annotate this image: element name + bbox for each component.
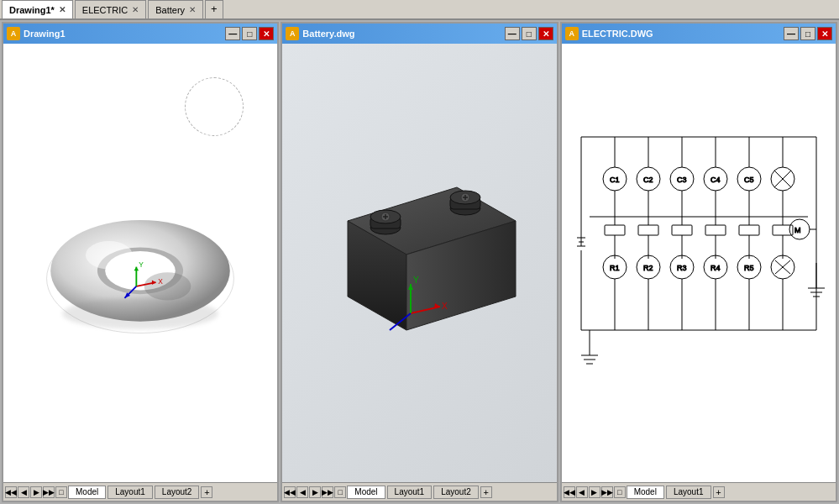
battery-layout-icon: □ [334, 486, 346, 498]
battery-drawing: X Y [302, 137, 537, 389]
electric-tab-model[interactable]: Model [627, 486, 664, 499]
svg-text:R5: R5 [744, 264, 754, 272]
drawing1-tab-layout1[interactable]: Layout1 [107, 486, 153, 499]
electric-diagram: C1 C2 C3 C4 C5 [573, 95, 825, 431]
electric-minimize[interactable]: — [784, 27, 799, 40]
battery-titlebar: A Battery.dwg — □ ✕ [282, 24, 556, 44]
drawing1-layout-icon: □ [55, 486, 67, 498]
tab-battery-label: Battery [155, 5, 185, 15]
battery-tab-layout1[interactable]: Layout1 [387, 486, 433, 499]
svg-rect-65 [605, 225, 625, 235]
drawing1-canvas[interactable]: X Y [3, 44, 277, 482]
battery-controls: — □ ✕ [505, 27, 553, 40]
main-area: A Drawing1 — □ ✕ [0, 20, 839, 504]
svg-text:R1: R1 [610, 264, 620, 272]
battery-nav-prev[interactable]: ◀ [296, 486, 308, 498]
electric-controls: — □ ✕ [784, 27, 832, 40]
svg-point-5 [144, 272, 191, 300]
electric-tab-layout1[interactable]: Layout1 [666, 486, 711, 499]
svg-text:X: X [159, 277, 164, 286]
svg-text:C4: C4 [711, 176, 721, 184]
svg-text:C3: C3 [677, 176, 687, 184]
drawing1-minimize[interactable]: — [225, 27, 240, 40]
battery-tab-layout2[interactable]: Layout2 [433, 486, 479, 499]
svg-text:R2: R2 [643, 264, 653, 272]
svg-text:R3: R3 [677, 264, 687, 272]
electric-window: A ELECTRIC.DWG — □ ✕ [560, 22, 837, 502]
svg-rect-66 [638, 225, 658, 235]
electric-tab-add[interactable]: + [713, 486, 725, 498]
electric-icon: A [565, 27, 579, 40]
svg-text:X: X [442, 302, 448, 311]
svg-text:C1: C1 [610, 176, 620, 184]
torus-drawing: X Y [31, 179, 249, 347]
electric-title: ELECTRIC.DWG [582, 29, 784, 39]
svg-text:M: M [794, 226, 801, 234]
drawing1-tab-layout2[interactable]: Layout2 [155, 486, 200, 499]
tab-drawing1[interactable]: Drawing1* ✕ [2, 0, 73, 18]
tab-drawing1-label: Drawing1* [9, 5, 55, 15]
svg-point-6 [62, 298, 218, 329]
electric-nav-end[interactable]: ▶▶ [601, 486, 613, 498]
battery-minimize[interactable]: — [505, 27, 520, 40]
electric-titlebar: A ELECTRIC.DWG — □ ✕ [562, 24, 836, 44]
svg-rect-69 [739, 225, 759, 235]
battery-nav-end[interactable]: ▶▶ [322, 486, 333, 498]
tab-electric-label: ELECTRIC [82, 5, 128, 15]
drawing1-nav-prev[interactable]: ◀ [18, 486, 29, 498]
drawing1-tab-add[interactable]: + [201, 486, 212, 498]
electric-close[interactable]: ✕ [817, 27, 832, 40]
electric-layout-icon: □ [614, 486, 626, 498]
electric-nav-next[interactable]: ▶ [589, 486, 600, 498]
battery-tab-model[interactable]: Model [347, 486, 385, 499]
tab-electric-close[interactable]: ✕ [132, 5, 139, 14]
electric-bottom-tabs: ◀◀ ◀ ▶ ▶▶ □ Model Layout1 + [562, 482, 836, 501]
battery-icon: A [286, 27, 299, 40]
drawing1-nav-start[interactable]: ◀◀ [5, 486, 17, 498]
drawing1-icon: A [7, 27, 20, 40]
battery-bottom-tabs: ◀◀ ◀ ▶ ▶▶ □ Model Layout1 Layout2 + [282, 482, 556, 501]
battery-nav-next[interactable]: ▶ [309, 486, 321, 498]
electric-drawing-container: C1 C2 C3 C4 C5 [562, 44, 836, 482]
battery-tab-add[interactable]: + [480, 486, 492, 498]
battery-close[interactable]: ✕ [538, 27, 553, 40]
electric-nav-start[interactable]: ◀◀ [564, 486, 575, 498]
drawing1-nav-end[interactable]: ▶▶ [43, 486, 55, 498]
drawing1-tab-model[interactable]: Model [68, 486, 106, 499]
battery-nav-start[interactable]: ◀◀ [284, 486, 296, 498]
drawing1-close[interactable]: ✕ [259, 27, 274, 40]
battery-drawing-container: X Y [282, 44, 556, 482]
svg-text:Y: Y [139, 260, 144, 269]
battery-window: A Battery.dwg — □ ✕ [281, 22, 558, 502]
drawing1-bottom-tabs: ◀◀ ◀ ▶ ▶▶ □ Model Layout1 Layout2 + [3, 482, 277, 501]
drawing1-controls: — □ ✕ [225, 27, 274, 40]
electric-maximize[interactable]: □ [800, 27, 815, 40]
tab-add-button[interactable]: + [205, 0, 223, 18]
tab-battery-close[interactable]: ✕ [189, 5, 196, 14]
svg-text:C5: C5 [744, 176, 754, 184]
torus-container: X Y [3, 44, 277, 482]
svg-text:C2: C2 [643, 176, 653, 184]
drawing1-titlebar: A Drawing1 — □ ✕ [3, 24, 277, 44]
drawing1-title: Drawing1 [24, 29, 225, 39]
svg-rect-68 [705, 225, 726, 235]
electric-nav-prev[interactable]: ◀ [576, 486, 588, 498]
tab-battery[interactable]: Battery ✕ [148, 0, 203, 18]
drawing1-window: A Drawing1 — □ ✕ [2, 22, 279, 502]
drawing1-maximize[interactable]: □ [242, 27, 257, 40]
svg-text:Y: Y [413, 276, 419, 285]
battery-maximize[interactable]: □ [522, 27, 537, 40]
svg-rect-67 [672, 225, 692, 235]
electric-canvas[interactable]: C1 C2 C3 C4 C5 [562, 44, 836, 482]
svg-point-4 [86, 241, 133, 269]
battery-canvas[interactable]: X Y [282, 44, 556, 482]
svg-text:R4: R4 [711, 264, 721, 272]
battery-title: Battery.dwg [302, 29, 504, 39]
drawing1-nav-next[interactable]: ▶ [30, 486, 42, 498]
tab-electric[interactable]: ELECTRIC ✕ [75, 0, 146, 18]
tab-drawing1-close[interactable]: ✕ [59, 5, 66, 14]
tab-bar: Drawing1* ✕ ELECTRIC ✕ Battery ✕ + [0, 0, 839, 20]
